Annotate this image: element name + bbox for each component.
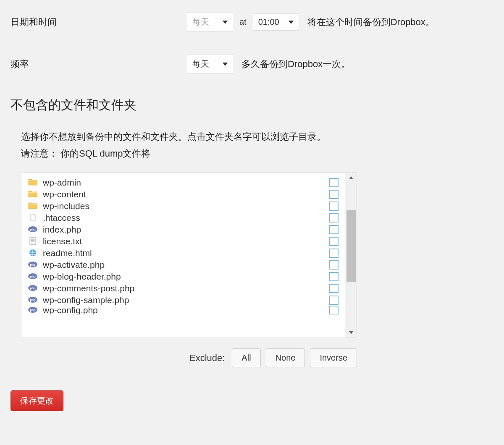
svg-text:php: php <box>30 309 36 312</box>
chevron-up-icon <box>349 176 353 179</box>
datetime-row: 日期和时间 每天 at 01:00 将在这个时间备份到Dropbox。 <box>10 13 494 31</box>
file-row[interactable]: phpwp-config.php <box>28 306 345 314</box>
datetime-desc: 将在这个时间备份到Dropbox。 <box>307 16 435 29</box>
file-row[interactable]: phpindex.php <box>28 224 345 236</box>
file-row[interactable]: .htaccess <box>28 212 345 224</box>
chevron-down-icon <box>223 21 228 24</box>
file-name: license.txt <box>43 236 329 246</box>
time-select-value: 01:00 <box>258 17 279 27</box>
file-name: wp-includes <box>43 201 329 211</box>
php-file-icon: php <box>28 306 38 314</box>
svg-text:php: php <box>30 298 36 302</box>
frequency-row: 频率 每天 多久备份到Dropbox一次。 <box>10 55 494 73</box>
exclude-all-button[interactable]: All <box>232 348 260 367</box>
frequency-label: 频率 <box>10 58 187 71</box>
scroll-up-button[interactable] <box>345 173 357 183</box>
frequency-controls: 每天 多久备份到Dropbox一次。 <box>187 55 350 73</box>
file-checkbox[interactable] <box>329 306 339 314</box>
php-file-icon: php <box>28 272 38 281</box>
file-name: wp-blog-header.php <box>43 272 329 282</box>
file-row[interactable]: wp-includes <box>28 200 345 212</box>
php-file-icon: php <box>28 284 38 293</box>
file-row[interactable]: readme.html <box>28 247 345 259</box>
svg-rect-2 <box>30 238 36 244</box>
file-checkbox[interactable] <box>329 249 339 258</box>
file-row[interactable]: wp-content <box>28 188 345 200</box>
file-row[interactable]: phpwp-blog-header.php <box>28 271 345 283</box>
svg-text:php: php <box>30 263 36 267</box>
exclude-none-button[interactable]: None <box>266 348 305 367</box>
file-name: index.php <box>43 225 329 235</box>
period-select[interactable]: 每天 <box>187 13 233 31</box>
exclude-heading: 不包含的文件和文件夹 <box>10 97 494 114</box>
exclude-desc: 选择你不想放到备份中的文件和文件夹。点击文件夹名字可以浏览子目录。 请注意： 你… <box>21 128 494 162</box>
datetime-controls: 每天 at 01:00 将在这个时间备份到Dropbox。 <box>187 13 435 31</box>
file-name: wp-admin <box>43 178 329 188</box>
chevron-down-icon <box>289 21 294 24</box>
file-row[interactable]: phpwp-comments-post.php <box>28 283 345 294</box>
chevron-down-icon <box>223 63 228 66</box>
time-select[interactable]: 01:00 <box>253 13 299 31</box>
frequency-select-value: 每天 <box>192 58 209 70</box>
file-checkbox[interactable] <box>329 178 339 187</box>
folder-icon <box>28 202 38 211</box>
file-checkbox[interactable] <box>329 237 339 246</box>
php-file-icon: php <box>28 260 38 270</box>
folder-icon <box>28 190 38 199</box>
chevron-down-icon <box>349 331 353 334</box>
php-file-icon: php <box>28 296 38 305</box>
file-checkbox[interactable] <box>329 284 339 293</box>
file-checkbox[interactable] <box>329 296 339 305</box>
exclude-bar: Exclude: All None Inverse <box>21 348 357 367</box>
file-name: wp-config-sample.php <box>43 295 329 305</box>
file-name: wp-content <box>43 189 329 199</box>
file-row[interactable]: wp-admin <box>28 177 345 188</box>
file-name: readme.html <box>43 248 329 258</box>
file-checkbox[interactable] <box>329 272 339 281</box>
file-list: wp-adminwp-contentwp-includes.htaccessph… <box>21 173 345 338</box>
exclude-inverse-button[interactable]: Inverse <box>310 348 357 367</box>
svg-text:php: php <box>30 275 36 278</box>
php-file-icon: php <box>28 225 38 234</box>
frequency-select[interactable]: 每天 <box>187 55 233 73</box>
period-select-value: 每天 <box>192 16 209 28</box>
at-label: at <box>239 17 247 27</box>
file-row[interactable]: phpwp-config-sample.php <box>28 294 345 306</box>
file-icon <box>28 213 38 222</box>
file-name: .htaccess <box>43 213 329 223</box>
svg-text:php: php <box>30 228 36 231</box>
scrollbar[interactable] <box>345 173 357 338</box>
file-checkbox[interactable] <box>329 202 339 211</box>
frequency-desc: 多久备份到Dropbox一次。 <box>242 58 350 71</box>
file-name: wp-comments-post.php <box>43 283 329 293</box>
file-checkbox[interactable] <box>329 260 339 270</box>
file-name: wp-activate.php <box>43 260 329 270</box>
save-button[interactable]: 保存更改 <box>10 390 63 411</box>
svg-text:php: php <box>30 287 36 290</box>
text-file-icon <box>28 237 38 246</box>
datetime-label: 日期和时间 <box>10 16 187 29</box>
file-row[interactable]: phpwp-activate.php <box>28 259 345 271</box>
exclude-label: Exclude: <box>189 353 225 364</box>
exclude-desc-line1: 选择你不想放到备份中的文件和文件夹。点击文件夹名字可以浏览子目录。 <box>21 128 494 145</box>
file-browser: wp-adminwp-contentwp-includes.htaccessph… <box>21 172 357 338</box>
html-file-icon <box>28 249 38 258</box>
file-checkbox[interactable] <box>329 213 339 222</box>
exclude-desc-line2: 请注意： 你的SQL dump文件将 <box>21 145 494 162</box>
file-row[interactable]: license.txt <box>28 236 345 247</box>
file-checkbox[interactable] <box>329 190 339 199</box>
file-name: wp-config.php <box>43 306 329 314</box>
folder-icon <box>28 178 38 187</box>
file-checkbox[interactable] <box>329 225 339 234</box>
scroll-down-button[interactable] <box>345 327 357 338</box>
scroll-thumb[interactable] <box>346 210 356 282</box>
